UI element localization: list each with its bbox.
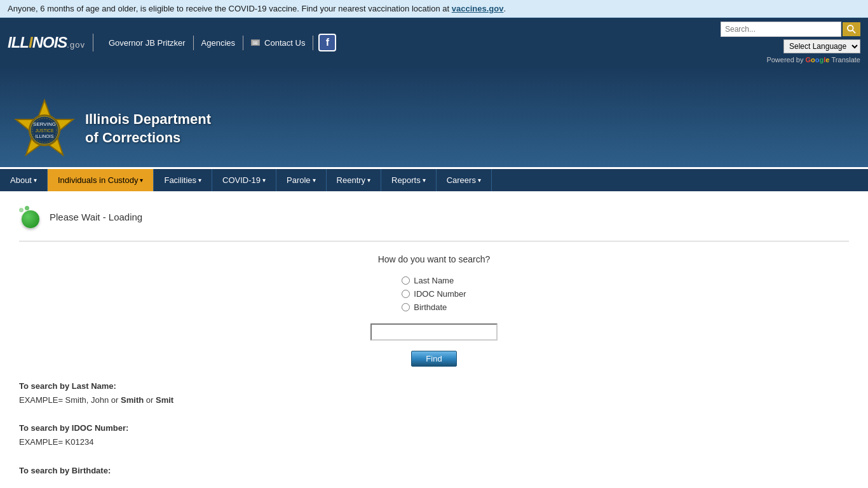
site-header: SERVING JUSTICE ILLINOIS Illinois Depart… [0,67,868,169]
illinois-logo: ILLINOIS.gov [8,34,85,51]
covid-banner-text: Anyone, 6 months of age and older, is el… [8,4,452,13]
nav-about-label: About [10,175,32,185]
translate-row: Select Language Spanish French Polish Ch… [783,39,860,53]
top-nav-divider [93,34,93,51]
radio-last-name-input[interactable] [402,276,410,285]
nav-reports-arrow: ▾ [423,177,426,184]
radio-birthdate-input[interactable] [402,303,410,311]
loading-icon [19,205,42,228]
help-last-name-example: EXAMPLE= Smith, John or Smith or Smit [19,393,849,407]
radio-idoc-label: IDOC Number [414,289,466,299]
radio-birthdate-label: Birthdate [414,302,447,312]
nav-parole-label: Parole [287,175,311,185]
svg-line-1 [853,30,855,33]
loading-text: Please Wait - Loading [50,212,142,222]
search-input[interactable] [721,22,841,37]
nav-parole-arrow: ▾ [313,177,316,184]
governor-link[interactable]: Governor JB Pritzker [101,36,194,50]
loading-dot-2 [25,206,29,210]
search-row [721,22,860,37]
nav-reentry-arrow: ▾ [367,177,370,184]
svg-point-0 [848,25,853,31]
content-area: Please Wait - Loading How do you want to… [0,193,868,488]
search-text-input[interactable] [370,323,498,341]
nav-about-arrow: ▾ [34,177,37,184]
help-idoc-example: EXAMPLE= K01234 [19,435,849,449]
radio-idoc-input[interactable] [402,290,410,298]
nav-facilities[interactable]: Facilities ▾ [154,169,212,191]
svg-text:JUSTICE: JUSTICE [35,128,54,133]
content-divider [19,241,849,241]
covid-banner: Anyone, 6 months of age and older, is el… [0,0,868,18]
nav-careers[interactable]: Careers ▾ [437,169,492,191]
radio-last-name-option[interactable]: Last Name [402,276,454,285]
facebook-icon[interactable]: f [318,34,336,51]
dept-name-line2: of Corrections [85,129,211,147]
nav-reentry[interactable]: Reentry ▾ [327,169,382,191]
star-badge: SERVING JUSTICE ILLINOIS [13,97,76,161]
powered-by-google: Powered by Google Translate [766,56,860,64]
nav-reports[interactable]: Reports ▾ [381,169,437,191]
top-nav-links: Governor JB Pritzker Agencies ✉ Contact … [101,34,721,51]
nav-reports-label: Reports [391,175,421,185]
help-idoc-title: To search by IDOC Number: [19,421,849,435]
nav-facilities-arrow: ▾ [198,177,201,184]
top-nav: ILLINOIS.gov Governor JB Pritzker Agenci… [0,18,868,67]
search-button[interactable] [843,22,860,36]
radio-idoc-option[interactable]: IDOC Number [402,289,466,299]
help-last-name-title: To search by Last Name: [19,379,849,393]
dept-logo: SERVING JUSTICE ILLINOIS Illinois Depart… [13,97,211,167]
svg-text:ILLINOIS: ILLINOIS [36,134,54,139]
language-select[interactable]: Select Language Spanish French Polish Ch… [783,39,860,53]
radio-last-name-label: Last Name [414,276,454,285]
svg-text:SERVING: SERVING [33,121,56,127]
radio-birthdate-option[interactable]: Birthdate [402,302,447,312]
nav-covid-arrow: ▾ [262,177,266,184]
nav-careers-arrow: ▾ [478,177,481,184]
help-birthdate-title: To search by Birthdate: [19,464,849,478]
badge-svg: SERVING JUSTICE ILLINOIS [13,97,76,161]
search-question: How do you want to search? [378,254,491,264]
nav-individuals-label: Individuals in Custody [58,175,138,185]
search-form-section: How do you want to search? Last Name IDO… [19,254,849,367]
contact-link-label: Contact Us [264,38,305,48]
help-text: To search by Last Name: EXAMPLE= Smith, … [19,379,849,478]
nav-facilities-label: Facilities [164,175,196,185]
nav-careers-label: Careers [447,175,476,185]
nav-about[interactable]: About ▾ [0,169,48,191]
loading-section: Please Wait - Loading [19,205,849,228]
search-area: Select Language Spanish French Polish Ch… [721,22,860,64]
loading-circle [22,210,39,228]
contact-link[interactable]: ✉ Contact Us [243,36,313,50]
nav-reentry-label: Reentry [337,175,366,185]
radio-group: Last Name IDOC Number Birthdate [402,276,466,312]
nav-covid19[interactable]: COVID-19 ▾ [212,169,276,191]
nav-parole[interactable]: Parole ▾ [276,169,327,191]
nav-individuals-in-custody[interactable]: Individuals in Custody ▾ [48,169,154,191]
dept-name-line1: Illinois Department [85,111,211,129]
loading-dots [19,205,29,210]
search-icon [847,25,856,34]
agencies-link[interactable]: Agencies [194,36,243,50]
nav-individuals-arrow: ▾ [140,177,143,184]
vaccines-link[interactable]: vaccines.gov [452,4,504,13]
loading-dot-1 [19,208,24,212]
find-button[interactable]: Find [411,351,456,367]
main-nav: About ▾ Individuals in Custody ▾ Facilit… [0,169,868,193]
dept-name: Illinois Department of Corrections [85,111,211,147]
logo-area: ILLINOIS.gov [8,34,85,51]
nav-covid-label: COVID-19 [222,175,261,185]
